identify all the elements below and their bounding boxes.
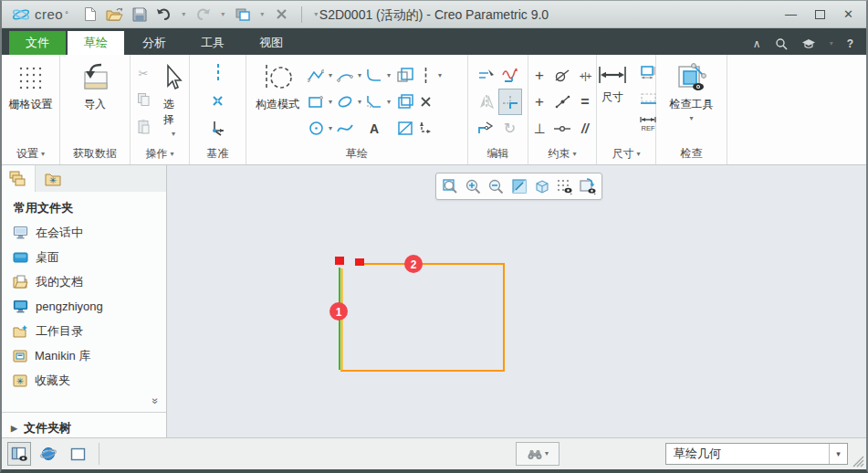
tangent-constraint-button[interactable] [551, 62, 574, 89]
chamfer-button[interactable] [365, 89, 383, 115]
baseline-dimension-button[interactable] [638, 89, 658, 109]
inspect-dropdown-caret[interactable]: ▾ [689, 115, 693, 122]
sidebar-item-computer[interactable]: pengzhiyong [2, 294, 166, 319]
circle-button[interactable] [307, 115, 325, 142]
tab-file[interactable]: 文件 [9, 31, 66, 55]
rectangle-dropdown-caret[interactable]: ▾ [325, 89, 336, 115]
help-button[interactable]: ? [847, 37, 853, 50]
text-button[interactable]: A [365, 115, 383, 142]
horizontal-constraint-button[interactable]: + [528, 89, 551, 115]
group-label-operations[interactable]: 操作▾ [131, 143, 189, 164]
sidebar-expand-chevron[interactable]: » [2, 393, 166, 409]
perimeter-dimension-button[interactable] [638, 63, 658, 83]
vertical-constraint-button[interactable]: + [528, 62, 551, 89]
favorites-tab[interactable]: ✳ [36, 165, 69, 192]
redo-dropdown-caret[interactable]: ▾ [219, 10, 227, 18]
mirror-button[interactable] [475, 89, 498, 115]
learning-dropdown-caret[interactable]: ▾ [830, 40, 833, 47]
sketcher-palette-button[interactable] [394, 115, 416, 142]
select-dropdown-caret[interactable]: ▾ [172, 131, 175, 138]
chamfer-dropdown-caret[interactable]: ▾ [383, 89, 394, 115]
vertex-handle-2[interactable] [355, 258, 364, 266]
find-dropdown-caret[interactable]: ▾ [545, 450, 549, 457]
cut-button[interactable]: ✂ [133, 63, 153, 83]
datum-centerline-button[interactable] [208, 63, 228, 83]
group-label-settings[interactable]: 设置▾ [2, 143, 59, 164]
selection-filter-dropdown[interactable]: ▾ [829, 444, 847, 464]
ellipse-dropdown-caret[interactable]: ▾ [354, 89, 365, 115]
folder-tree-expand-arrow[interactable]: ▶ [11, 424, 17, 433]
sketch-rectangle-lines[interactable] [340, 264, 504, 371]
offset-button[interactable] [394, 62, 416, 89]
command-search-button[interactable] [775, 37, 788, 50]
corner-trim-button[interactable] [498, 89, 522, 115]
resize-grip[interactable] [852, 456, 864, 468]
group-label-constrain[interactable]: 约束▾ [528, 143, 596, 164]
modify-button[interactable] [475, 62, 498, 89]
point-button[interactable] [416, 89, 434, 115]
group-label-dimension[interactable]: 尺寸▾ [597, 143, 655, 164]
minimize-ribbon-button[interactable]: ∧ [753, 37, 761, 50]
datum-point-button[interactable] [208, 90, 228, 110]
new-file-button[interactable] [81, 5, 99, 25]
offset-thicken-button[interactable] [394, 89, 416, 115]
centerline-dropdown-caret[interactable]: ▾ [434, 62, 445, 89]
construction-mode-button[interactable]: 构造模式 [248, 59, 307, 143]
fillet-dropdown-caret[interactable]: ▾ [383, 62, 394, 89]
vertex-handle-1[interactable] [335, 257, 344, 265]
close-button[interactable]: ✕ [843, 8, 853, 20]
move-resize-button[interactable] [416, 115, 434, 142]
folder-tree-section[interactable]: ▶ 文件夹树 [2, 413, 166, 436]
sidebar-item-working-directory[interactable]: 工作目录 [2, 319, 166, 343]
sidebar-item-favorites[interactable]: ✳ 收藏夹 [2, 368, 166, 393]
arc-button[interactable] [336, 62, 354, 89]
tab-analysis[interactable]: 分析 [126, 31, 183, 55]
regenerate-button[interactable] [234, 5, 252, 25]
copy-button[interactable] [133, 89, 153, 110]
undo-button[interactable] [155, 5, 173, 25]
learning-connector-button[interactable] [801, 38, 816, 49]
sidebar-item-desktop[interactable]: 桌面 [2, 245, 166, 269]
delete-segment-button[interactable] [498, 62, 522, 89]
arc-dropdown-caret[interactable]: ▾ [354, 62, 365, 89]
datum-coordinate-system-button[interactable] [208, 118, 228, 138]
redo-button[interactable] [194, 5, 213, 25]
undo-dropdown-caret[interactable]: ▾ [180, 10, 188, 18]
find-button[interactable]: ▾ [516, 442, 559, 466]
divide-button[interactable] [475, 115, 498, 142]
ellipse-button[interactable] [336, 89, 354, 115]
maximize-button[interactable] [815, 10, 825, 19]
web-browser-button[interactable] [37, 442, 60, 466]
line-chain-button[interactable] [307, 62, 325, 89]
line-dropdown-caret[interactable]: ▾ [325, 62, 336, 89]
selection-filter-combobox[interactable]: 草绘几何 ▾ [665, 443, 848, 465]
save-button[interactable] [131, 5, 149, 25]
fillet-button[interactable] [365, 62, 383, 89]
sidebar-item-in-session[interactable]: 在会话中 [2, 220, 166, 245]
close-window-button[interactable] [273, 5, 291, 25]
paste-button[interactable] [133, 116, 153, 136]
graphics-area[interactable]: 1 2 [167, 165, 866, 437]
import-button[interactable]: 导入 [74, 59, 116, 143]
conflict-badge-2[interactable]: 2 [404, 255, 423, 273]
circle-dropdown-caret[interactable]: ▾ [325, 115, 336, 142]
select-button[interactable]: 选择 ▾ [158, 59, 189, 143]
sidebar-item-my-documents[interactable]: 我的文档 [2, 269, 166, 294]
perpendicular-constraint-button[interactable]: ⊥ [528, 115, 551, 142]
dimension-button[interactable]: 尺寸 [591, 59, 633, 143]
midpoint-constraint-button[interactable] [551, 89, 574, 115]
sidebar-item-manikin-library[interactable]: Manikin 库 [2, 343, 166, 368]
tab-sketch[interactable]: 草绘 [68, 31, 124, 55]
regenerate-dropdown-caret[interactable]: ▾ [258, 10, 267, 18]
minimize-button[interactable]: — [785, 8, 797, 20]
coincident-constraint-button[interactable] [551, 115, 574, 142]
tab-tools[interactable]: 工具 [184, 31, 241, 55]
rotate-resize-button[interactable]: ↻ [498, 115, 522, 142]
conflict-badge-1[interactable]: 1 [329, 302, 348, 321]
folder-browser-tab[interactable] [2, 165, 36, 192]
tab-view[interactable]: 视图 [243, 31, 299, 55]
grid-settings-button[interactable]: 栅格设置 [4, 59, 58, 143]
sketch-geometry[interactable]: 1 2 [167, 165, 866, 436]
new-browser-window-button[interactable] [66, 442, 89, 466]
centerline-button[interactable] [416, 62, 434, 89]
